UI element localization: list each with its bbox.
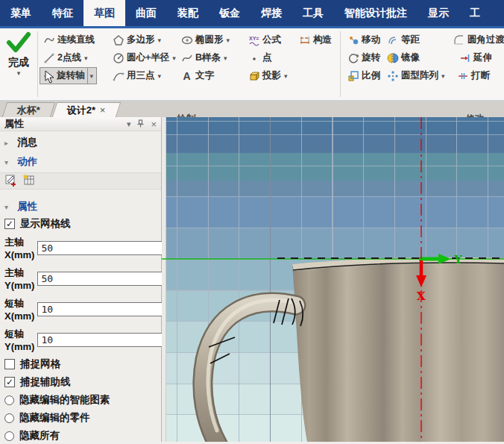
edit-sketch-icon[interactable] [4,173,18,189]
section-action[interactable]: ▾ 动作 [0,151,161,170]
expanded-triangle-icon: ▾ [4,203,12,211]
tab-sketch[interactable]: 草图 [84,0,125,26]
extend-icon [459,51,471,64]
tab-display[interactable]: 显示 [418,0,459,26]
sketch-ribbon: 完成 ▾ 草图 连续直线 2点线▾ 旋转轴 ▾ 多边形▾ [0,28,504,101]
tab-sheetmetal[interactable]: 钣金 [209,0,251,26]
collapsed-triangle-icon: ▸ [4,139,12,147]
projection-cube-icon [248,69,260,82]
pentagon-icon [112,34,125,46]
spline-icon [180,51,193,64]
tab-surface[interactable]: 曲面 [125,0,167,26]
tool-ellipse[interactable]: 椭圆形▾ [179,31,231,49]
finish-label: 完成 [0,56,37,69]
field-major-axis-y: 主轴Y(mm) [0,263,161,294]
tab-welding[interactable]: 焊接 [251,0,292,26]
axis-x-label: X [417,290,426,303]
tool-offset[interactable]: 等距 [385,31,421,49]
radio-icon [4,431,14,441]
panel-dropdown-icon[interactable]: ▾ [127,119,131,129]
tool-circular-pattern[interactable]: 圆型阵列▾ [385,67,447,84]
sketch-3d-viewport[interactable]: Y X [162,117,504,442]
tool-formula[interactable]: XY= 公式 [246,31,283,49]
ellipse-icon [180,34,193,46]
construction-icon [298,34,311,46]
caxa-3d-window: 菜单 特征 草图 曲面 装配 钣金 焊接 工具 智能设计批注 显示 工 完成 ▾… [0,0,504,444]
field-minor-axis-x: 短轴X(mm) [0,294,161,325]
section-message[interactable]: ▸ 消息 [0,131,161,151]
tool-fillet[interactable]: 圆角过渡 [451,31,504,49]
tool-text[interactable]: A 文字 [179,67,215,84]
svg-text:XY=: XY= [249,36,259,41]
circular-pattern-icon [386,69,399,82]
mug-body [292,257,504,442]
radio-hide-smart-elements[interactable]: 隐藏编辑的智能图素 [0,391,161,409]
ribbon-tab-bar: 菜单 特征 草图 曲面 装配 钣金 焊接 工具 智能设计批注 显示 工 [0,0,504,28]
radio-hide-edited-parts[interactable]: 隐藏编辑的零件 [0,409,161,427]
major-axis-y-input[interactable] [37,272,171,286]
minor-axis-x-input[interactable] [37,302,171,316]
checkbox-snap-grid[interactable]: 捕捉网格 [0,355,161,373]
rotation-axis-dropdown[interactable]: ▾ [87,68,95,84]
tool-projection[interactable]: 投影▾ [246,67,289,84]
tool-continuous-line[interactable]: 连续直线 [41,31,96,49]
tab-clipped[interactable]: 工 [459,0,491,26]
tab-tools[interactable]: 工具 [292,0,334,26]
tool-move[interactable]: 移动 [345,31,382,49]
finish-dropdown[interactable]: ▾ [0,69,37,77]
tool-mirror[interactable]: 镜像 [385,49,421,66]
close-tab-icon[interactable]: × [100,104,106,116]
tool-scale[interactable]: 比例 [345,67,382,84]
tool-2point-line[interactable]: 2点线▾ [41,49,89,66]
formula-xy-icon: XY= [248,34,260,46]
tool-point[interactable]: 点 [246,49,274,66]
tab-menu[interactable]: 菜单 [0,0,42,26]
scale-icon [347,69,359,82]
tool-bspline[interactable]: B样条▾ [179,49,229,66]
tool-polygon[interactable]: 多边形▾ [110,31,163,49]
doc-tab-watercup[interactable]: 水杯* [2,102,56,117]
tool-rotation-axis[interactable]: 旋转轴 ▾ [40,67,97,84]
mouse-cursor-icon [45,70,56,84]
tool-circle-center-radius[interactable]: 圆心+半径▾ [110,49,177,66]
rotate-icon [347,51,359,64]
axis-y-label: Y [453,253,462,266]
properties-panel: 属性 ▾ × ▸ 消息 ▾ 动作 ▾ 属性 ✓ [0,117,162,442]
panel-pin-icon[interactable] [137,119,144,129]
move-icon [347,34,359,46]
circle-radius-icon [112,51,125,64]
line-icon [42,51,55,64]
tool-rotate[interactable]: 旋转 [345,49,382,66]
arc-icon [112,69,125,82]
radio-icon [4,395,14,405]
tab-assembly[interactable]: 装配 [167,0,209,26]
checkbox-icon [4,359,15,369]
checkbox-icon: ✓ [4,377,15,387]
separator [37,31,38,97]
document-tab-bar: 水杯* 设计2* × [0,101,504,117]
expanded-triangle-icon: ▾ [4,158,12,166]
tab-smart-annotation[interactable]: 智能设计批注 [334,0,418,26]
finish-sketch-button[interactable]: 完成 ▾ [0,28,37,112]
tool-extend[interactable]: 延伸 [457,49,494,66]
polyline-icon [42,34,55,46]
radio-hide-all[interactable]: 隐藏所有 [0,427,161,444]
checkbox-show-gridlines[interactable]: ✓ 显示网格线 [0,215,161,233]
new-table-icon[interactable] [22,173,36,189]
major-axis-x-input[interactable] [37,241,171,255]
radio-icon [4,413,14,423]
minor-axis-y-input[interactable] [37,333,171,347]
break-icon [456,69,469,82]
doc-tab-design2[interactable]: 设计2* × [52,102,121,117]
section-properties[interactable]: ▾ 属性 [0,196,161,215]
panel-close-icon[interactable]: × [151,119,157,130]
tab-feature[interactable]: 特征 [42,0,84,26]
action-toolbar [0,172,161,190]
checkbox-snap-guides[interactable]: ✓ 捕捉辅助线 [0,373,161,391]
text-A-icon: A [180,69,193,82]
tool-arc-three-points[interactable]: 用三点▾ [110,67,163,84]
tool-break[interactable]: 打断 [455,67,491,84]
fillet-corner-icon [453,34,465,46]
tool-construction[interactable]: 构造 [297,31,333,49]
field-minor-axis-y: 短轴Y(mm) [0,325,161,355]
